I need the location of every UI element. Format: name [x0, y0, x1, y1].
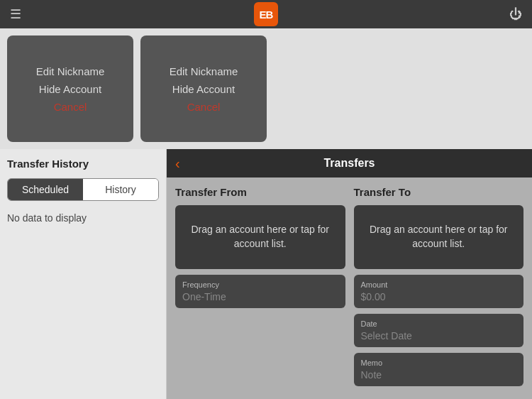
- transfer-to-col: Transfer To Drag an account here or tap …: [354, 186, 524, 390]
- hamburger-icon[interactable]: ☰: [10, 6, 21, 22]
- top-bar: ☰ EB ⏻: [0, 0, 532, 28]
- back-button[interactable]: ‹: [175, 155, 180, 172]
- tab-scheduled[interactable]: Scheduled: [8, 179, 83, 200]
- logo-text: EB: [260, 9, 273, 21]
- sidebar-title: Transfer History: [7, 158, 159, 170]
- memo-label: Memo: [361, 359, 517, 367]
- date-label: Date: [361, 319, 517, 328]
- date-value: Select Date: [361, 330, 517, 341]
- dropdown-card-1: Edit Nickname Hide Account Cancel: [7, 35, 133, 142]
- memo-field[interactable]: Memo Note: [354, 353, 524, 386]
- hide-account-label-1[interactable]: Hide Account: [39, 83, 101, 95]
- transfers-body: Transfer From Drag an account here or ta…: [167, 177, 532, 399]
- hide-account-label-2[interactable]: Hide Account: [172, 83, 235, 95]
- transfer-to-dropzone[interactable]: Drag an account here or tap for account …: [354, 205, 524, 269]
- transfer-from-title: Transfer From: [175, 186, 345, 198]
- date-field[interactable]: Date Select Date: [354, 314, 524, 347]
- edit-nickname-label-2[interactable]: Edit Nickname: [170, 65, 238, 77]
- amount-field[interactable]: Amount $0.00: [354, 275, 524, 308]
- memo-value: Note: [361, 369, 517, 381]
- frequency-field[interactable]: Frequency One-Time: [175, 275, 345, 308]
- tab-history[interactable]: History: [83, 179, 158, 200]
- transfers-header: ‹ Transfers: [167, 149, 532, 177]
- transfer-from-dropzone-text: Drag an account here or tap for account …: [182, 223, 338, 251]
- amount-label: Amount: [361, 280, 517, 289]
- transfer-from-col: Transfer From Drag an account here or ta…: [175, 186, 345, 390]
- dropdown-card-2: Edit Nickname Hide Account Cancel: [140, 35, 267, 142]
- logo-box: EB: [254, 2, 278, 26]
- cancel-button-2[interactable]: Cancel: [187, 101, 221, 113]
- transfer-from-dropzone[interactable]: Drag an account here or tap for account …: [175, 205, 345, 269]
- cancel-button-1[interactable]: Cancel: [54, 101, 87, 113]
- no-data-label: No data to display: [7, 212, 159, 224]
- transfer-to-dropzone-text: Drag an account here or tap for account …: [361, 223, 517, 251]
- amount-value: $0.00: [361, 291, 517, 302]
- frequency-label: Frequency: [182, 280, 338, 289]
- transfer-to-title: Transfer To: [354, 186, 524, 198]
- power-icon[interactable]: ⏻: [509, 7, 522, 22]
- dropdown-area: Edit Nickname Hide Account Cancel Edit N…: [0, 28, 532, 149]
- sidebar: Transfer History Scheduled History No da…: [0, 149, 167, 399]
- tab-group: Scheduled History: [7, 178, 159, 201]
- edit-nickname-label-1[interactable]: Edit Nickname: [36, 65, 105, 77]
- frequency-value: One-Time: [182, 291, 338, 302]
- transfers-panel: ‹ Transfers Transfer From Drag an accoun…: [167, 149, 532, 399]
- main-content: Transfer History Scheduled History No da…: [0, 149, 532, 399]
- transfers-title: Transfers: [323, 157, 375, 170]
